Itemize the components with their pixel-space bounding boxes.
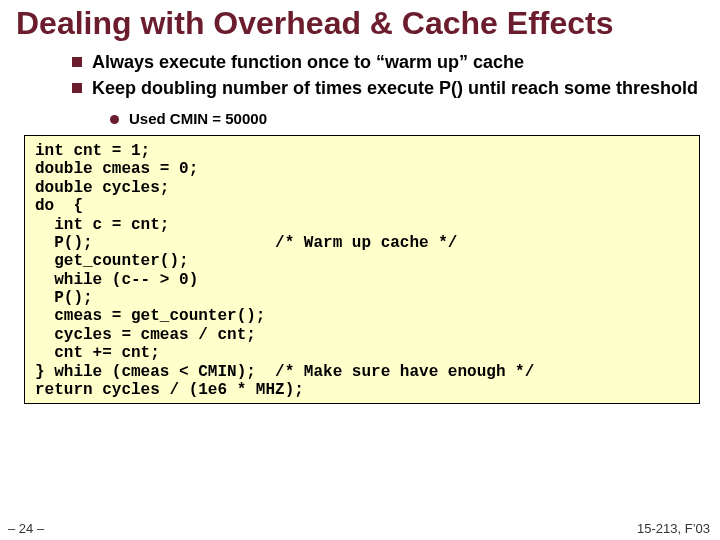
subbullet-item: Used CMIN = 50000 [110, 110, 720, 127]
subbullet-list: Used CMIN = 50000 [0, 106, 720, 131]
course-tag: 15-213, F’03 [637, 521, 710, 536]
bullet-list: Always execute function once to “warm up… [0, 51, 720, 106]
bullet-item: Always execute function once to “warm up… [72, 51, 720, 74]
page-number: – 24 – [8, 521, 44, 536]
code-block: int cnt = 1; double cmeas = 0; double cy… [24, 135, 700, 404]
slide-title: Dealing with Overhead & Cache Effects [0, 0, 720, 49]
disc-bullet-icon [110, 115, 119, 124]
bullet-text: Keep doubling number of times execute P(… [92, 77, 718, 100]
square-bullet-icon [72, 57, 82, 67]
slide: Dealing with Overhead & Cache Effects Al… [0, 0, 720, 540]
square-bullet-icon [72, 83, 82, 93]
subbullet-text: Used CMIN = 50000 [129, 110, 267, 127]
bullet-text: Always execute function once to “warm up… [92, 51, 544, 74]
bullet-item: Keep doubling number of times execute P(… [72, 77, 720, 100]
